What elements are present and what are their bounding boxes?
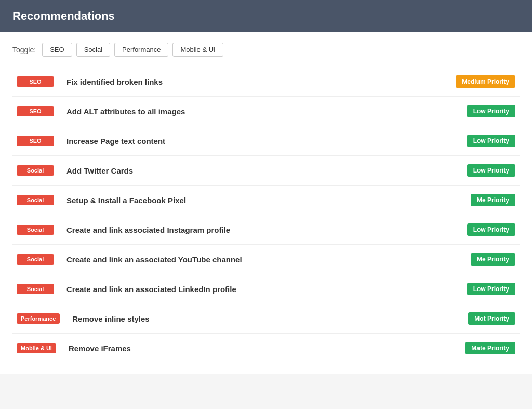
table-row: SEOIncrease Page text contentLow Priorit… xyxy=(12,126,520,156)
page-title: Recommendations xyxy=(12,9,115,22)
priority-badge: Mate Priority xyxy=(465,342,515,354)
priority-badge: Low Priority xyxy=(467,164,515,177)
toggle-label: Toggle: xyxy=(12,46,36,54)
category-tag: Social xyxy=(17,195,54,205)
priority-badge: Low Priority xyxy=(467,135,515,147)
recommendation-text: Create and link an associated LinkedIn p… xyxy=(54,285,467,294)
recommendation-text: Add Twitter Cards xyxy=(54,166,467,175)
recommendation-text: Create and link an associated YouTube ch… xyxy=(54,255,471,264)
recommendation-text: Setup & Install a Facebook Pixel xyxy=(54,196,471,205)
recommendation-text: Fix identified broken links xyxy=(54,77,456,86)
category-tag: Social xyxy=(17,225,54,235)
toggle-social[interactable]: Social xyxy=(76,43,110,57)
table-row: SEOFix identified broken linksMedium Pri… xyxy=(12,67,520,97)
category-tag: Mobile & UI xyxy=(17,343,56,353)
table-row: SEOAdd ALT attributes to all imagesLow P… xyxy=(12,97,520,126)
table-row: SocialAdd Twitter CardsLow Priority xyxy=(12,156,520,186)
priority-badge: Low Priority xyxy=(467,105,515,117)
priority-badge: Low Priority xyxy=(467,283,515,295)
category-tag: Social xyxy=(17,165,54,176)
priority-badge: Low Priority xyxy=(467,223,515,236)
toggle-bar: Toggle: SEO Social Performance Mobile & … xyxy=(12,43,520,57)
table-row: SocialCreate and link associated Instagr… xyxy=(12,215,520,245)
toggle-seo[interactable]: SEO xyxy=(42,43,72,57)
table-row: SocialCreate and link an associated YouT… xyxy=(12,245,520,274)
category-tag: SEO xyxy=(17,76,54,87)
recommendation-text: Increase Page text content xyxy=(54,137,467,146)
toggle-mobile[interactable]: Mobile & UI xyxy=(172,43,223,57)
table-row: Mobile & UIRemove iFramesMate Priority xyxy=(12,334,520,363)
table-row: SocialCreate and link an associated Link… xyxy=(12,274,520,304)
priority-badge: Mot Priority xyxy=(468,312,515,325)
priority-badge: Me Priority xyxy=(471,253,515,266)
table-row: PerformanceRemove inline stylesMot Prior… xyxy=(12,304,520,334)
toggle-performance[interactable]: Performance xyxy=(114,43,168,57)
category-tag: SEO xyxy=(17,136,54,146)
recommendation-text: Add ALT attributes to all images xyxy=(54,107,467,116)
table-row: SocialSetup & Install a Facebook PixelMe… xyxy=(12,186,520,215)
recommendations-list: SEOFix identified broken linksMedium Pri… xyxy=(12,67,520,363)
recommendation-text: Create and link associated Instagram pro… xyxy=(54,226,467,234)
priority-badge: Medium Priority xyxy=(456,75,515,88)
recommendation-text: Remove iFrames xyxy=(56,344,465,353)
category-tag: Performance xyxy=(17,313,60,324)
category-tag: Social xyxy=(17,284,54,294)
priority-badge: Me Priority xyxy=(471,194,515,206)
header: Recommendations xyxy=(0,0,532,32)
recommendation-text: Remove inline styles xyxy=(60,314,468,323)
category-tag: Social xyxy=(17,254,54,265)
category-tag: SEO xyxy=(17,106,54,116)
